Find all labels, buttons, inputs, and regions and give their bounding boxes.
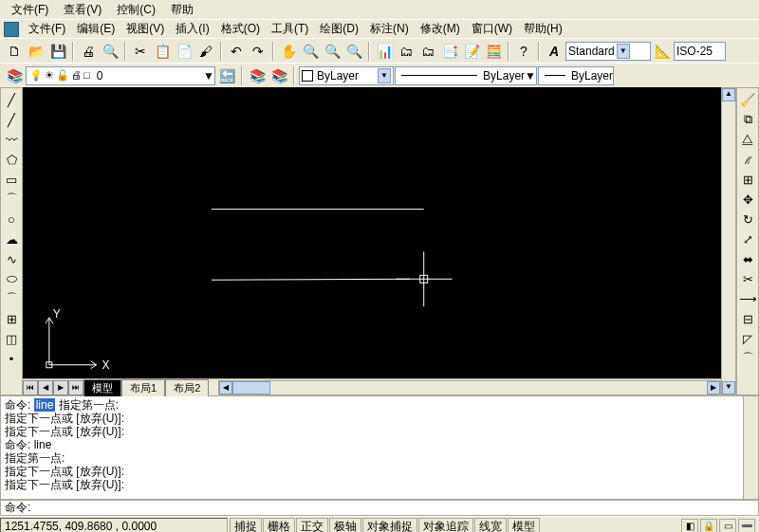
open-button[interactable]: 📂 [26,41,46,62]
chamfer-tool[interactable]: ◸ [737,329,758,348]
insert-tool[interactable]: ⊞ [1,309,22,328]
tab-layout1[interactable]: 布局1 [121,379,165,396]
scroll-down-button[interactable]: ▼ [722,381,735,394]
help-button[interactable]: ? [513,41,534,62]
menu-view[interactable]: 查看(V) [56,0,109,20]
rectangle-tool[interactable]: ▭ [1,170,22,189]
menu2-tools[interactable]: 工具(T) [266,19,314,39]
print-button[interactable]: 🖨 [78,41,99,62]
grid-toggle[interactable]: 栅格 [263,518,295,533]
calc-button[interactable]: 🧮 [483,41,504,62]
tray-icon[interactable]: ◧ [681,519,698,533]
horizontal-scrollbar[interactable]: ◀ ▶ [218,380,721,395]
spline-tool[interactable]: ∿ [1,249,22,268]
tab-layout2[interactable]: 布局2 [165,379,209,396]
menu2-window[interactable]: 窗口(W) [466,19,518,39]
extend-tool[interactable]: ⟶ [737,289,758,308]
designcenter-button[interactable]: 🗂 [396,41,417,62]
otrack-toggle[interactable]: 对象追踪 [418,518,473,533]
menu2-file[interactable]: 文件(F) [23,19,71,39]
point-tool[interactable]: • [1,349,22,368]
tray-icon[interactable]: ▭ [719,519,736,533]
menu2-help[interactable]: 帮助(H) [518,19,568,39]
polyline-tool[interactable]: 〰 [1,130,22,149]
layer-manager-button[interactable]: 📚 [4,65,25,86]
pan-button[interactable]: ✋ [278,41,299,62]
revcloud-tool[interactable]: ☁ [1,229,22,248]
layers-states2-button[interactable]: 📚 [268,65,289,86]
scroll-left-button[interactable]: ◀ [219,381,232,394]
linetype-combo[interactable]: ByLayer ▼ [395,66,537,85]
lineweight-combo[interactable]: ByLayer [538,66,614,85]
drawing-canvas[interactable]: X Y [23,87,721,378]
tab-prev-button[interactable]: ◀ [38,380,53,395]
zoom-prev-button[interactable]: 🔍 [343,41,364,62]
tab-last-button[interactable]: ⏭ [68,380,83,395]
xline-tool[interactable]: ╱ [1,110,22,129]
menu-file[interactable]: 文件(F) [4,0,56,20]
layers-states-button[interactable]: 📚 [247,65,268,86]
scale-tool[interactable]: ⤢ [737,229,758,248]
dimstyle-combo[interactable]: ISO-25 [674,42,726,61]
arc-tool[interactable]: ⌒ [1,190,22,209]
fillet-tool[interactable]: ⌒ [737,349,758,368]
dropdown-arrow-icon[interactable]: ▼ [525,69,536,83]
ellipse-tool[interactable]: ⬭ [1,269,22,288]
move-tool[interactable]: ✥ [737,190,758,209]
textstyle-combo[interactable]: Standard ▼ [565,42,651,61]
menu2-modify[interactable]: 修改(M) [415,19,466,39]
mirror-tool[interactable]: ⧋ [737,130,758,149]
menu2-dimension[interactable]: 标注(N) [364,19,415,39]
polar-toggle[interactable]: 极轴 [329,518,361,533]
menu2-edit[interactable]: 编辑(E) [71,19,120,39]
menu2-draw[interactable]: 绘图(D) [314,19,364,39]
scroll-up-button[interactable]: ▲ [722,88,735,101]
undo-button[interactable]: ↶ [226,41,247,62]
snap-toggle[interactable]: 捕捉 [230,518,262,533]
copy-tool[interactable]: ⧉ [737,110,758,129]
markup-button[interactable]: 📝 [461,41,482,62]
circle-tool[interactable]: ○ [1,210,22,229]
rotate-tool[interactable]: ↻ [737,210,758,229]
dropdown-arrow-icon[interactable]: ▼ [203,69,214,83]
tray-icon[interactable]: 🔒 [700,519,717,533]
trim-tool[interactable]: ✂ [737,269,758,288]
dropdown-arrow-icon[interactable]: ▼ [378,68,391,83]
ellipsearc-tool[interactable]: ⌒ [1,289,22,308]
matchprop-button[interactable]: 🖌 [195,41,216,62]
zoom-realtime-button[interactable]: 🔍 [300,41,321,62]
array-tool[interactable]: ⊞ [737,170,758,189]
lwt-toggle[interactable]: 线宽 [474,518,507,533]
paste-button[interactable]: 📄 [174,41,194,62]
tab-model[interactable]: 模型 [83,379,121,396]
menu2-insert[interactable]: 插入(I) [170,19,214,39]
cut-button[interactable]: ✂ [130,41,151,62]
menu2-format[interactable]: 格式(O) [215,19,266,39]
scroll-right-button[interactable]: ▶ [707,381,720,394]
stretch-tool[interactable]: ⬌ [737,249,758,268]
break-tool[interactable]: ⊟ [737,309,758,328]
properties-button[interactable]: 📊 [374,41,395,62]
new-button[interactable]: 🗋 [4,41,25,62]
dropdown-arrow-icon[interactable]: ▼ [617,44,630,59]
tab-first-button[interactable]: ⏮ [23,380,38,395]
dimstyle-icon[interactable]: 📐 [652,41,673,62]
tray-icon[interactable]: ➖ [738,519,755,533]
save-button[interactable]: 💾 [47,41,68,62]
menu-control[interactable]: 控制(C) [109,0,163,20]
layer-prev-button[interactable]: 🔙 [216,65,237,86]
line-tool[interactable]: ╱ [1,90,22,109]
block-tool[interactable]: ◫ [1,329,22,348]
textstyle-icon[interactable]: A [544,41,565,62]
menu2-view[interactable]: 视图(V) [120,19,170,39]
redo-button[interactable]: ↷ [248,41,268,62]
ortho-toggle[interactable]: 正交 [296,518,328,533]
command-input-row[interactable]: 命令: [0,500,759,516]
cmd-scrollbar[interactable] [743,396,758,499]
polygon-tool[interactable]: ⬠ [1,150,22,169]
erase-tool[interactable]: 🧹 [737,90,758,109]
offset-tool[interactable]: ⫽ [737,150,758,169]
scroll-thumb[interactable] [232,381,270,394]
toolpal-button[interactable]: 🗂 [417,41,438,62]
osnap-toggle[interactable]: 对象捕捉 [362,518,417,533]
